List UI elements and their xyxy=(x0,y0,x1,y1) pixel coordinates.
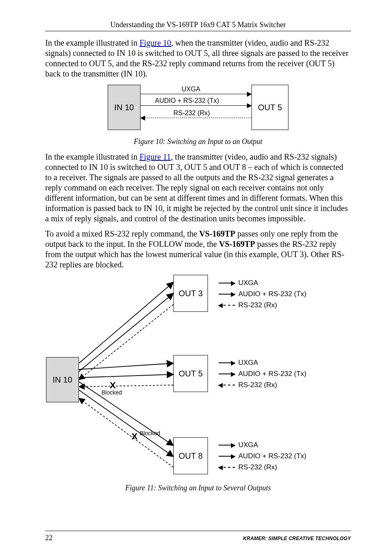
paragraph-2: In the example illustrated in Figure 11,… xyxy=(45,152,351,224)
figure-11-caption: Figure 11: Switching an Input to Several… xyxy=(45,484,351,492)
svg-line-3 xyxy=(79,363,173,369)
leg-uxga-2: UXGA xyxy=(238,357,258,368)
fig11-out8-block-label: Blocked xyxy=(140,430,160,436)
figure-11: IN 10 OUT 3 OUT 5 OUT 8 X Blocked X Bloc… xyxy=(46,275,350,480)
fig10-in10-box: IN 10 xyxy=(108,85,141,130)
svg-line-5 xyxy=(79,385,173,387)
leg-audio: AUDIO + RS-232 (Tx) xyxy=(238,288,307,299)
leg-rx-3: RS-232 (Rx) xyxy=(238,462,277,473)
fig11-out5-legend: UXGA AUDIO + RS-232 (Tx) RS-232 (Rx) xyxy=(219,357,307,391)
para2-post: , the transmitter (video, audio and RS-2… xyxy=(45,152,348,223)
paragraph-3: To avoid a mixed RS-232 reply command, t… xyxy=(45,229,351,270)
footer-tagline: KRAMER: SIMPLE CREATIVE TECHNOLOGY xyxy=(243,536,351,541)
figure-10: IN 10 OUT 5 UXGA AUDIO + RS-232 (Tx) RS-… xyxy=(108,85,288,134)
para3-b2: VS-169TP xyxy=(219,239,255,248)
para1-pre: In the example illustrated in xyxy=(45,38,139,47)
page-footer: 22 KRAMER: SIMPLE CREATIVE TECHNOLOGY xyxy=(45,531,351,542)
fig11-out3-legend: UXGA AUDIO + RS-232 (Tx) RS-232 (Rx) xyxy=(219,277,307,311)
fig11-out5-box: OUT 5 xyxy=(173,355,208,392)
fig11-out8-legend: UXGA AUDIO + RS-232 (Tx) RS-232 (Rx) xyxy=(219,439,307,473)
leg-uxga-3: UXGA xyxy=(238,439,258,450)
fig10-sig3-line xyxy=(141,118,251,118)
fig11-out3-box: OUT 3 xyxy=(173,275,208,312)
fig10-sig2-line xyxy=(141,105,251,106)
fig10-sig1-label: UXGA xyxy=(182,86,200,93)
leg-uxga: UXGA xyxy=(238,277,258,288)
fig10-sig2-label: AUDIO + RS-232 (Tx) xyxy=(155,97,219,104)
paragraph-1: In the example illustrated in Figure 10,… xyxy=(45,38,351,79)
fig11-in10-box: IN 10 xyxy=(46,357,79,402)
leg-audio-3: AUDIO + RS-232 (Tx) xyxy=(238,450,307,462)
leg-rx-2: RS-232 (Rx) xyxy=(238,379,277,390)
para3-t1: To avoid a mixed RS-232 reply command, t… xyxy=(45,229,199,238)
running-header: Understanding the VS-169TP 16x9 CAT 5 Ma… xyxy=(45,21,351,31)
para2-pre: In the example illustrated in xyxy=(45,152,139,161)
fig10-sig3-label: RS-232 (Rx) xyxy=(173,109,210,117)
svg-line-7 xyxy=(79,390,173,457)
figure-10-link[interactable]: Figure 10 xyxy=(139,38,171,47)
leg-rx: RS-232 (Rx) xyxy=(238,299,277,311)
figure-11-link[interactable]: Figure 11 xyxy=(139,152,171,161)
para3-b1: VS-169TP xyxy=(199,229,235,238)
figure-10-caption: Figure 10: Switching an Input to an Outp… xyxy=(45,137,351,146)
fig11-out5-block-label: Blocked xyxy=(101,389,122,396)
page-number: 22 xyxy=(45,534,53,542)
svg-line-4 xyxy=(79,374,173,378)
svg-line-0 xyxy=(79,282,173,363)
fig10-sig1-line xyxy=(141,94,251,94)
fig11-out8-block-x: X xyxy=(131,431,138,442)
fig11-out8-box: OUT 8 xyxy=(173,437,208,474)
svg-line-1 xyxy=(79,293,173,371)
fig10-out5-box: OUT 5 xyxy=(251,85,288,130)
leg-audio-2: AUDIO + RS-232 (Tx) xyxy=(238,368,307,379)
